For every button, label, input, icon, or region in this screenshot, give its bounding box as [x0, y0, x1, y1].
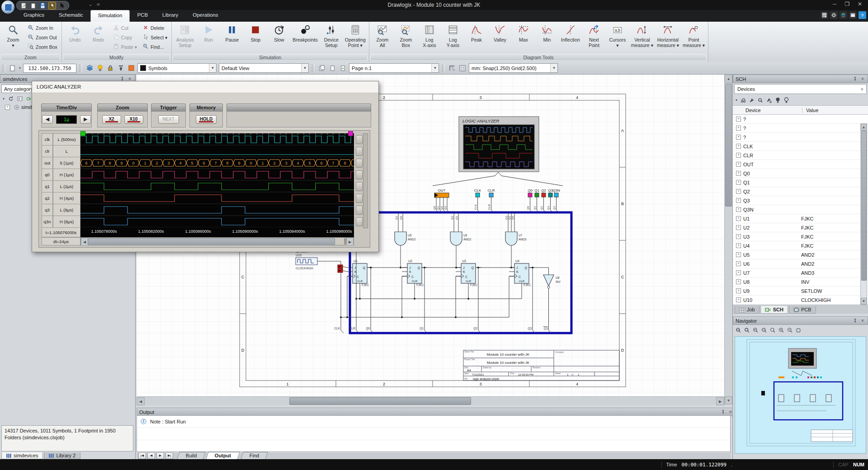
- zoom-selection-icon[interactable]: [761, 328, 767, 333]
- device-table-row[interactable]: +Q3: [733, 196, 868, 205]
- log-x-axis-button[interactable]: LogX-axis: [418, 22, 441, 54]
- close-icon[interactable]: ×: [860, 76, 865, 82]
- gate-u5[interactable]: [395, 232, 406, 245]
- zoom-box-button[interactable]: ZoomBox: [394, 22, 418, 54]
- wrench-icon[interactable]: [749, 98, 755, 103]
- scroll-right-icon[interactable]: ▶: [346, 238, 354, 246]
- find-button[interactable]: Find...: [140, 42, 170, 52]
- device-table-row[interactable]: +OUT: [733, 160, 868, 169]
- row-expander-icon[interactable]: +: [736, 297, 741, 302]
- combo-dropdown-icon[interactable]: ▼: [301, 64, 308, 72]
- row-expander-icon[interactable]: +: [736, 279, 741, 284]
- row-expander-icon[interactable]: +: [736, 198, 741, 203]
- library-tab-simdevices[interactable]: simdevices: [1, 452, 43, 459]
- device-table-row[interactable]: +U8INV: [733, 277, 868, 287]
- canvas-horizontal-scrollbar[interactable]: ◀ ▶: [137, 396, 724, 405]
- waveform-vertical-scrollbar[interactable]: [363, 133, 368, 228]
- pin-icon[interactable]: [852, 318, 858, 324]
- zoom-out-icon[interactable]: [787, 328, 793, 333]
- zoom-page-icon[interactable]: [744, 328, 750, 333]
- devices-combo[interactable]: Devices ∨: [734, 84, 867, 94]
- toolbar-caret-icon[interactable]: ▾: [736, 98, 737, 102]
- view-combo[interactable]: Default View▼: [219, 63, 309, 73]
- device-table-row[interactable]: +U6AND2: [733, 259, 868, 268]
- pin-icon[interactable]: [720, 409, 726, 415]
- output-tab-find[interactable]: Find: [241, 452, 268, 459]
- quickbar-customize-icon[interactable]: ⌄ ≂: [89, 2, 102, 7]
- row-expander-icon[interactable]: +: [736, 252, 741, 257]
- last-tab-icon[interactable]: ▶|: [165, 452, 173, 459]
- combo-dropdown-icon[interactable]: ▼: [209, 64, 216, 72]
- device-table-row[interactable]: +Q0: [733, 169, 868, 178]
- zoom-box-button[interactable]: Zoom Box: [25, 42, 60, 52]
- row-expander-icon[interactable]: +: [736, 153, 741, 158]
- row-expander-icon[interactable]: +: [736, 225, 741, 230]
- panel-tab-sch[interactable]: SCH: [760, 306, 788, 314]
- channel-button-out[interactable]: [356, 159, 363, 168]
- device-table-row[interactable]: +Q1: [733, 178, 868, 187]
- layers-icon[interactable]: [85, 64, 94, 72]
- panel-tab-pcb[interactable]: PCB: [789, 306, 816, 314]
- maximize-button[interactable]: ❐: [841, 0, 854, 9]
- window-layout-icon[interactable]: [849, 11, 857, 19]
- zoom-window-icon[interactable]: [736, 328, 741, 333]
- breakpoints-button[interactable]: Breakpoints: [291, 22, 319, 54]
- device-card-icon[interactable]: [17, 96, 23, 101]
- lock-icon[interactable]: [106, 64, 114, 72]
- zoom-x2-button[interactable]: X2: [102, 115, 121, 124]
- row-expander-icon[interactable]: +: [736, 162, 741, 167]
- highlight-bulb-icon[interactable]: [96, 64, 104, 72]
- symbol-plug-icon[interactable]: [26, 96, 32, 101]
- peak-button[interactable]: Peak: [465, 22, 488, 54]
- channel-button-q2[interactable]: [356, 194, 363, 203]
- device-table-scrollbar[interactable]: ▲▼: [860, 123, 867, 305]
- snap-icon[interactable]: [448, 64, 456, 72]
- valley-button[interactable]: Valley: [488, 22, 512, 54]
- point-measure-button[interactable]: Pointmeasure ▾: [681, 22, 707, 54]
- gate-u7[interactable]: [505, 232, 517, 245]
- scrollbar-thumb[interactable]: [88, 238, 335, 245]
- output-log-row[interactable]: i Note : Start Run: [137, 416, 730, 428]
- zoom-area-icon[interactable]: [770, 328, 775, 333]
- log-y-axis-button[interactable]: LogY-axis: [441, 22, 465, 54]
- row-expander-icon[interactable]: +: [736, 117, 741, 122]
- prev-tab-icon[interactable]: ◀: [147, 452, 155, 459]
- row-expander-icon[interactable]: +: [736, 135, 741, 140]
- zoom-x10-button[interactable]: X10: [124, 115, 143, 124]
- cursor-icon[interactable]: [58, 2, 65, 9]
- row-expander-icon[interactable]: +: [736, 288, 741, 293]
- tab-operations[interactable]: Operations: [185, 10, 225, 22]
- grid-snap-combo[interactable]: mm: Snap(1.250) Grid(2.500)▼: [469, 63, 558, 73]
- device-table-row[interactable]: +U9SETLOW: [733, 287, 868, 296]
- theme-palette-icon[interactable]: [840, 11, 847, 19]
- zoom-out-button[interactable]: Zoom Out: [25, 33, 60, 42]
- save-icon[interactable]: [39, 2, 46, 9]
- output-tab-build[interactable]: Build: [177, 452, 206, 459]
- horizontal-measure-button[interactable]: Horizontalmeasure ▾: [655, 22, 681, 54]
- device-table-row[interactable]: +U1FJKC: [733, 214, 868, 223]
- device-table-row[interactable]: +U10CLOCKHIGH: [733, 296, 868, 305]
- annotate-icon[interactable]: [741, 98, 746, 103]
- scroll-up-icon[interactable]: ▲: [861, 124, 867, 131]
- device-table-row[interactable]: +?: [733, 115, 868, 124]
- device-table-row[interactable]: +U3FJKC: [733, 232, 868, 241]
- min-button[interactable]: Min: [535, 22, 559, 54]
- calculator-icon[interactable]: [821, 11, 828, 19]
- timediv-decrease-button[interactable]: ◀: [42, 115, 53, 124]
- device-table-row[interactable]: +U2FJKC: [733, 223, 868, 232]
- row-expander-icon[interactable]: +: [736, 234, 741, 239]
- zoom-in-icon[interactable]: [778, 328, 784, 333]
- output-tab-output[interactable]: Output: [206, 452, 240, 459]
- channel-button-q3n[interactable]: [356, 217, 363, 226]
- tab-library[interactable]: Library: [155, 10, 185, 22]
- gate-u6[interactable]: [450, 232, 462, 245]
- toolbar-caret-icon[interactable]: ▾: [3, 97, 5, 101]
- layer-combo[interactable]: Symbols▼: [137, 63, 217, 73]
- undo-button[interactable]: Undo: [63, 22, 87, 54]
- row-expander-icon[interactable]: +: [736, 180, 741, 185]
- panel-tab-job[interactable]: Job: [735, 306, 760, 314]
- end-marker[interactable]: [348, 131, 353, 136]
- row-expander-icon[interactable]: +: [736, 189, 741, 194]
- row-expander-icon[interactable]: +: [736, 144, 741, 149]
- channel-button-q1[interactable]: [356, 182, 363, 191]
